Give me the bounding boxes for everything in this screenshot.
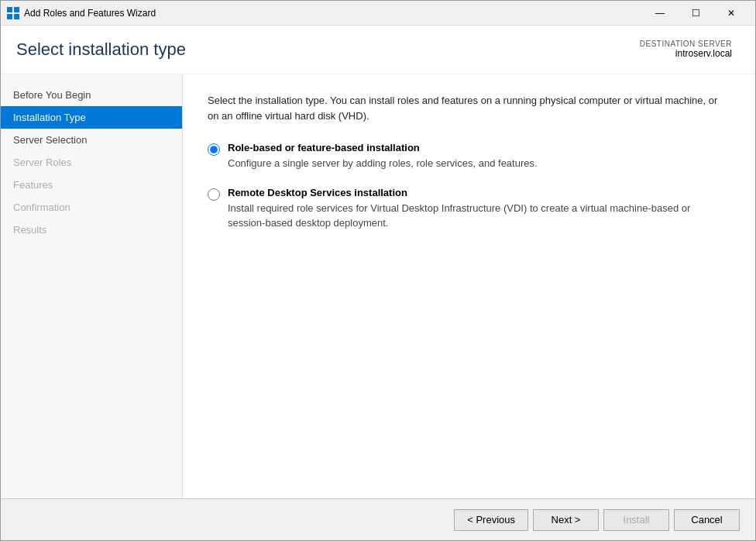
sidebar-item-before-you-begin[interactable]: Before You Begin [1, 84, 182, 106]
footer: < Previous Next > Install Cancel [1, 498, 755, 540]
window-controls: — ☐ ✕ [642, 1, 749, 26]
main-window: Add Roles and Features Wizard — ☐ ✕ Sele… [0, 0, 756, 541]
maximize-button[interactable]: ☐ [678, 1, 713, 26]
svg-rect-3 [14, 14, 19, 19]
radio-remote-desktop[interactable] [208, 188, 220, 201]
sidebar-item-features: Features [1, 174, 182, 196]
destination-label: DESTINATION SERVER [640, 40, 732, 48]
cancel-button[interactable]: Cancel [674, 509, 740, 531]
option-remote-desktop-desc: Install required role services for Virtu… [228, 201, 723, 231]
window-title: Add Roles and Features Wizard [24, 8, 642, 19]
option-remote-desktop: Remote Desktop Services installation Ins… [208, 187, 730, 231]
app-icon [7, 7, 19, 19]
sidebar-item-confirmation: Confirmation [1, 196, 182, 219]
content-area: Select the installation type. You can in… [183, 74, 755, 498]
page-title: Select installation type [16, 40, 186, 60]
minimize-button[interactable]: — [642, 1, 678, 26]
svg-rect-0 [7, 7, 12, 12]
sidebar-item-server-selection[interactable]: Server Selection [1, 129, 182, 151]
option-remote-desktop-title[interactable]: Remote Desktop Services installation [228, 187, 723, 198]
header: Select installation type DESTINATION SER… [1, 26, 755, 74]
option-role-based: Role-based or feature-based installation… [208, 142, 730, 171]
radio-role-based[interactable] [208, 143, 220, 156]
option-role-based-title[interactable]: Role-based or feature-based installation [228, 142, 538, 153]
description-text: Select the installation type. You can in… [208, 93, 719, 123]
previous-button[interactable]: < Previous [454, 509, 528, 531]
next-button[interactable]: Next > [533, 509, 599, 531]
main-content: Before You Begin Installation Type Serve… [1, 74, 755, 498]
svg-rect-1 [14, 7, 19, 12]
sidebar-item-results: Results [1, 219, 182, 241]
sidebar: Before You Begin Installation Type Serve… [1, 74, 183, 498]
sidebar-item-server-roles: Server Roles [1, 151, 182, 174]
svg-rect-2 [7, 14, 12, 19]
close-button[interactable]: ✕ [713, 1, 749, 26]
install-button[interactable]: Install [603, 509, 669, 531]
destination-name: introserv.local [675, 48, 732, 59]
sidebar-item-installation-type[interactable]: Installation Type [1, 106, 182, 129]
installation-options: Role-based or feature-based installation… [208, 142, 730, 231]
option-role-based-desc: Configure a single server by adding role… [228, 156, 538, 171]
destination-server-info: DESTINATION SERVER introserv.local [640, 40, 732, 59]
title-bar: Add Roles and Features Wizard — ☐ ✕ [1, 1, 755, 26]
